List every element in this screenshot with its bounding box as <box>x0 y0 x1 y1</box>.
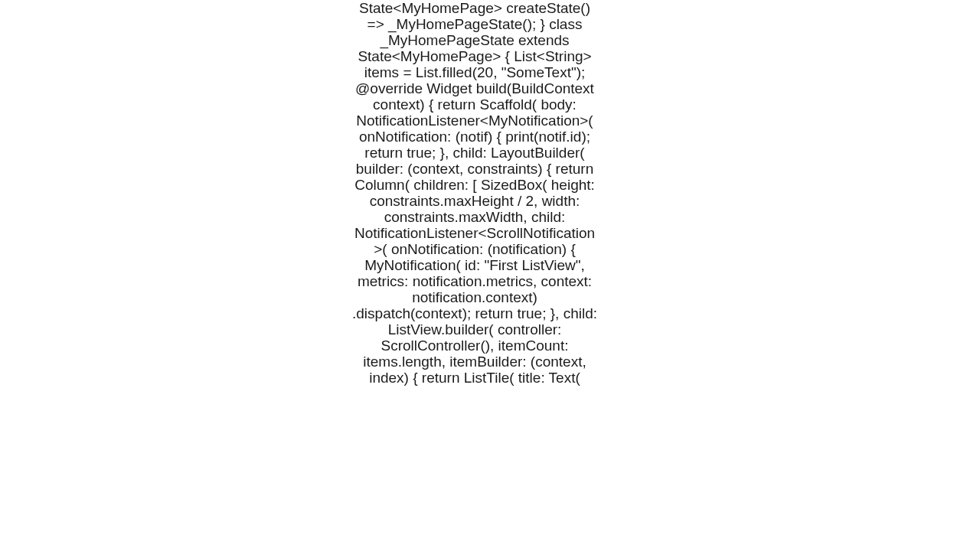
code-block: State<MyHomePage> createState() => _MyHo… <box>352 0 597 386</box>
page: State<MyHomePage> createState() => _MyHo… <box>0 0 980 551</box>
